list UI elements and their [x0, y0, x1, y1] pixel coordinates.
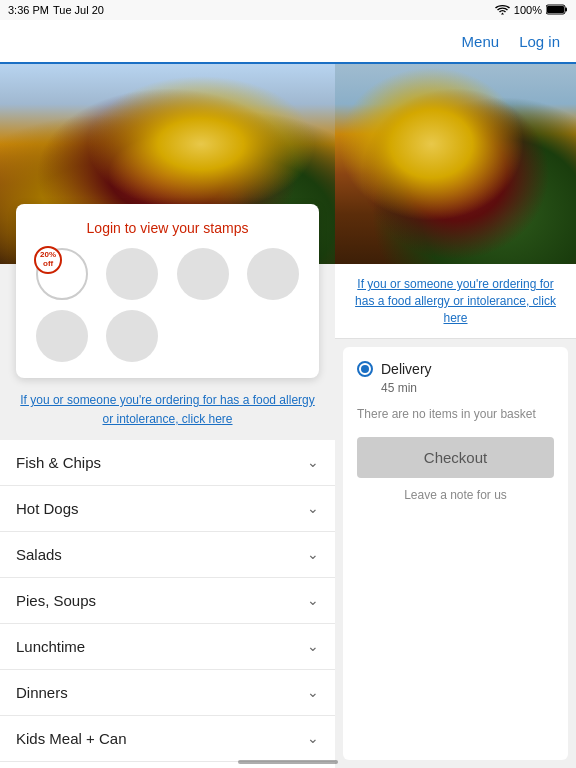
- svg-rect-1: [565, 7, 567, 11]
- stamp-1: 20% off: [36, 248, 88, 300]
- menu-item-label: Lunchtime: [16, 638, 85, 655]
- menu-item-label: Pies, Soups: [16, 592, 96, 609]
- allergy-notice-left: If you or someone you're ordering for ha…: [16, 390, 319, 428]
- allergy-link-left[interactable]: If you or someone you're ordering for ha…: [20, 393, 314, 426]
- status-bar: 3:36 PM Tue Jul 20 100%: [0, 0, 576, 20]
- menu-item[interactable]: Dinners ⌄: [0, 670, 335, 716]
- menu-item-label: Kids Meal + Can: [16, 730, 126, 747]
- left-panel: Login to view your stamps 20% off If you…: [0, 64, 335, 768]
- top-nav: Menu Log in: [0, 20, 576, 64]
- menu-item[interactable]: Kids Meal + Can ⌄: [0, 716, 335, 762]
- wifi-icon: [495, 4, 510, 17]
- chevron-down-icon: ⌄: [307, 730, 319, 746]
- order-panel: Delivery 45 min There are no items in yo…: [343, 347, 568, 760]
- delivery-row: Delivery: [357, 361, 554, 377]
- menu-item[interactable]: Fish & Chips ⌄: [0, 440, 335, 486]
- stamps-card: Login to view your stamps 20% off: [16, 204, 319, 378]
- home-indicator: [238, 760, 338, 764]
- delivery-radio[interactable]: [357, 361, 373, 377]
- leave-note-label: Leave a note for us: [357, 488, 554, 502]
- chevron-down-icon: ⌄: [307, 454, 319, 470]
- stamp-5: [36, 310, 88, 362]
- delivery-label: Delivery: [381, 361, 432, 377]
- date-label: Tue Jul 20: [53, 4, 104, 16]
- chevron-down-icon: ⌄: [307, 638, 319, 654]
- battery-icon: [546, 4, 568, 17]
- menu-item[interactable]: Lunchtime ⌄: [0, 624, 335, 670]
- delivery-time: 45 min: [381, 381, 554, 395]
- checkout-button[interactable]: Checkout: [357, 437, 554, 478]
- stamp-2: [106, 248, 158, 300]
- menu-item[interactable]: Hot Dogs ⌄: [0, 486, 335, 532]
- menu-item-label: Dinners: [16, 684, 68, 701]
- stamps-grid: 20% off: [32, 248, 303, 362]
- menu-item[interactable]: Pies, Soups ⌄: [0, 578, 335, 624]
- stamps-title: Login to view your stamps: [32, 220, 303, 236]
- menu-items: Fish & Chips ⌄ Hot Dogs ⌄ Salads ⌄ Pies,…: [0, 440, 335, 768]
- menu-link[interactable]: Menu: [462, 33, 500, 50]
- allergy-link-right[interactable]: If you or someone you're ordering for ha…: [347, 276, 564, 326]
- right-panel: If you or someone you're ordering for ha…: [335, 64, 576, 768]
- chevron-down-icon: ⌄: [307, 546, 319, 562]
- menu-item-label: Salads: [16, 546, 62, 563]
- stamp-6: [106, 310, 158, 362]
- time-label: 3:36 PM: [8, 4, 49, 16]
- stamp-4: [247, 248, 299, 300]
- hero-image-right: [335, 64, 576, 264]
- menu-item[interactable]: Salads ⌄: [0, 532, 335, 578]
- menu-item-label: Hot Dogs: [16, 500, 79, 517]
- main-layout: Login to view your stamps 20% off If you…: [0, 64, 576, 768]
- menu-item-label: Fish & Chips: [16, 454, 101, 471]
- chevron-down-icon: ⌄: [307, 592, 319, 608]
- login-link[interactable]: Log in: [519, 33, 560, 50]
- allergy-notice-right: If you or someone you're ordering for ha…: [335, 264, 576, 339]
- chevron-down-icon: ⌄: [307, 684, 319, 700]
- discount-badge: 20% off: [34, 246, 62, 274]
- basket-empty-text: There are no items in your basket: [357, 407, 554, 421]
- svg-rect-2: [547, 6, 564, 13]
- chevron-down-icon: ⌄: [307, 500, 319, 516]
- battery-label: 100%: [514, 4, 542, 16]
- stamp-3: [177, 248, 229, 300]
